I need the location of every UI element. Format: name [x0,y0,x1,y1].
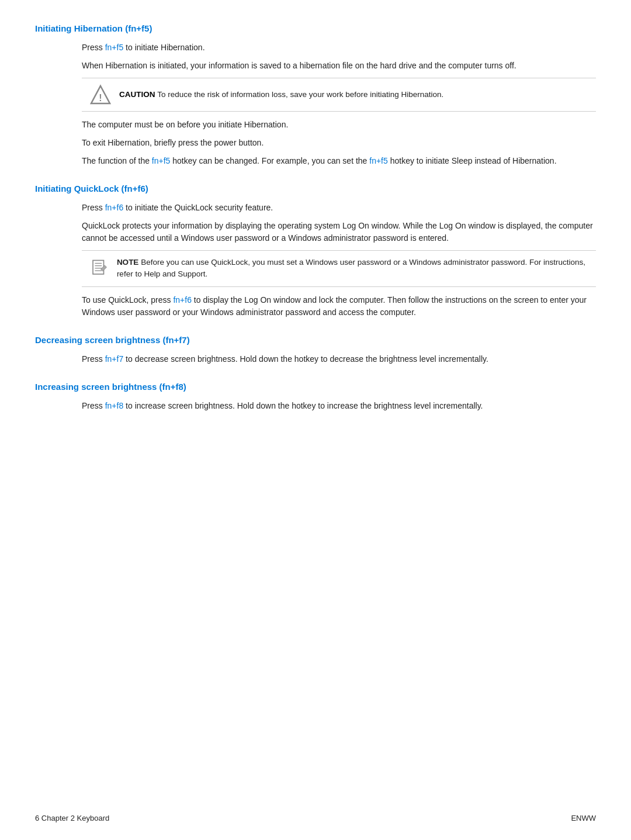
note-icon [90,257,109,279]
hotkey-link: fn+f5 [152,156,171,165]
svg-marker-7 [100,265,106,271]
section-title-quicklock: Initiating QuickLock (fn+f6) [35,184,596,193]
paragraph: Press fn+f6 to initiate the QuickLock se… [82,202,596,214]
svg-text:!: ! [99,93,102,103]
paragraph: The function of the fn+f5 hotkey can be … [82,155,596,167]
hotkey-link: fn+f6 [105,203,124,212]
paragraph: QuickLock protects your information by d… [82,220,596,244]
section-hibernation: Initiating Hibernation (fn+f5)Press fn+f… [35,23,596,167]
note-label: NOTE [117,258,141,267]
paragraph: To use QuickLock, press fn+f6 to display… [82,294,596,319]
paragraph: Press fn+f5 to initiate Hibernation. [82,42,596,54]
hotkey-link: fn+f6 [173,295,192,305]
page-footer: 6 Chapter 2 Keyboard ENWW [35,814,596,822]
caution-box: !CAUTION To reduce the risk of informati… [82,78,596,112]
paragraph: Press fn+f7 to decrease screen brightnes… [82,353,596,365]
svg-rect-2 [93,260,103,274]
hotkey-link: fn+f7 [105,354,124,364]
paragraph: When Hibernation is initiated, your info… [82,60,596,72]
section-decrease-brightness: Decreasing screen brightness (fn+f7)Pres… [35,335,596,365]
section-title-decrease-brightness: Decreasing screen brightness (fn+f7) [35,335,596,345]
footer-right: ENWW [571,814,596,822]
note-text: NOTE Before you can use QuickLock, you m… [117,257,588,281]
footer-left: 6 Chapter 2 Keyboard [35,814,109,822]
paragraph: To exit Hibernation, briefly press the p… [82,137,596,149]
caution-text: CAUTION To reduce the risk of informatio… [119,89,443,101]
note-box: NOTE Before you can use QuickLock, you m… [82,250,596,287]
paragraph: The computer must be on before you initi… [82,119,596,131]
section-increase-brightness: Increasing screen brightness (fn+f8)Pres… [35,382,596,412]
section-title-increase-brightness: Increasing screen brightness (fn+f8) [35,382,596,392]
section-title-hibernation: Initiating Hibernation (fn+f5) [35,23,596,33]
section-quicklock: Initiating QuickLock (fn+f6)Press fn+f6 … [35,184,596,319]
caution-triangle-icon: ! [90,84,111,105]
paragraph: Press fn+f8 to increase screen brightnes… [82,400,596,412]
hotkey-link: fn+f5 [369,156,388,165]
caution-label: CAUTION [119,90,157,99]
hotkey-link: fn+f8 [105,401,124,410]
hotkey-link: fn+f5 [105,43,124,52]
